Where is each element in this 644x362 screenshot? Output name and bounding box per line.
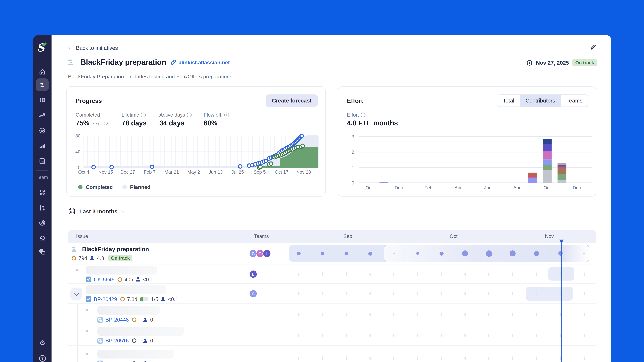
sidebar-item-pull-requests[interactable] bbox=[36, 201, 49, 214]
inactive-dot bbox=[441, 272, 442, 276]
person-icon bbox=[143, 317, 148, 322]
period-selector[interactable]: Last 3 months bbox=[68, 207, 125, 215]
sidebar-item-calculator[interactable] bbox=[36, 155, 49, 168]
edit-button[interactable] bbox=[590, 43, 597, 51]
teams-cell bbox=[242, 325, 288, 345]
inactive-dot bbox=[393, 334, 394, 337]
duration-ring-icon bbox=[132, 361, 136, 362]
sidebar-item-apps[interactable] bbox=[36, 94, 49, 107]
person-icon bbox=[143, 361, 148, 362]
sidebar-item-work-log[interactable] bbox=[36, 186, 49, 199]
svg-text:Apr: Apr bbox=[454, 185, 462, 190]
initiative-type-icon bbox=[72, 246, 79, 253]
inactive-dot bbox=[393, 313, 394, 316]
table-row-bp-20460[interactable]: BP-20460-0 bbox=[68, 346, 596, 362]
inactive-dot bbox=[536, 313, 537, 316]
pull-request-icon bbox=[39, 204, 46, 211]
issue-key-link[interactable]: CK-5646 bbox=[94, 276, 114, 282]
sidebar-item-initiatives[interactable] bbox=[36, 78, 49, 91]
info-icon[interactable]: i bbox=[141, 112, 146, 117]
info-icon[interactable]: i bbox=[187, 112, 192, 117]
sidebar-item-trends[interactable] bbox=[36, 109, 49, 122]
sidebar-item-sprints[interactable] bbox=[36, 231, 49, 244]
subtask-icon bbox=[98, 317, 103, 323]
issue-title[interactable]: BlackFriday preparation bbox=[82, 246, 149, 252]
issue-cell: BP-20516-0 bbox=[68, 325, 242, 345]
sidebar-item-benchmarks[interactable] bbox=[36, 140, 49, 152]
inactive-dot bbox=[488, 334, 490, 337]
svg-text:Jul 25: Jul 25 bbox=[232, 170, 244, 175]
tab-teams[interactable]: Teams bbox=[561, 95, 588, 106]
issue-key-link[interactable]: BP-20429 bbox=[94, 296, 117, 302]
inactive-dot bbox=[584, 292, 585, 295]
month-label-oct: Oct bbox=[450, 233, 458, 239]
legend-dot bbox=[78, 185, 82, 189]
issue-cell: CK-564640h<0.1 bbox=[68, 264, 242, 283]
sidebar-item-settings[interactable]: ⚙ bbox=[36, 337, 49, 349]
table-row-blackfriday-preparation[interactable]: BlackFriday preparation79d4.8On trackCGL bbox=[68, 243, 596, 264]
jira-link[interactable]: blinkist.atlassian.net bbox=[171, 59, 230, 65]
info-icon[interactable]: i bbox=[224, 112, 229, 117]
activity-dot bbox=[297, 252, 301, 255]
teams-cell bbox=[242, 304, 288, 325]
inactive-dot bbox=[584, 272, 585, 276]
create-forecast-button[interactable]: Create forecast bbox=[266, 94, 318, 107]
inactive-dot bbox=[464, 272, 466, 276]
teams-cell: C bbox=[242, 284, 288, 303]
tab-contributors[interactable]: Contributors bbox=[520, 95, 561, 106]
inactive-dot bbox=[512, 313, 513, 316]
issue-key-link[interactable]: BP-20516 bbox=[106, 338, 129, 344]
inactive-dot bbox=[536, 334, 537, 337]
page-title: BlackFriday preparation bbox=[80, 58, 166, 67]
timeline-issue-bar[interactable] bbox=[526, 287, 573, 301]
target-spiral-icon bbox=[39, 219, 46, 226]
inactive-dot bbox=[464, 313, 466, 316]
inactive-dot bbox=[346, 272, 347, 276]
sidebar-item-flow[interactable] bbox=[36, 124, 49, 137]
inactive-dot bbox=[441, 356, 442, 360]
issue-cell: BlackFriday preparation79d4.8On track bbox=[68, 243, 242, 264]
app-logo-icon[interactable]: S bbox=[33, 41, 52, 55]
effort-bar-chart: 0123OctDecFebAprJunAugOctDec bbox=[338, 132, 596, 193]
chevron-down-icon bbox=[121, 208, 126, 213]
pencil-icon bbox=[590, 43, 597, 51]
stat-label: Lifetimei bbox=[122, 112, 160, 118]
link-icon bbox=[171, 59, 176, 65]
avatar-l[interactable]: L bbox=[262, 249, 271, 258]
svg-text:?: ? bbox=[41, 356, 44, 361]
inactive-dot bbox=[322, 272, 323, 276]
timeline-cell bbox=[288, 264, 596, 283]
trend-icon bbox=[39, 112, 46, 119]
inactive-dot bbox=[298, 272, 300, 276]
month-label-sep: Sep bbox=[343, 233, 352, 239]
today-triangle-icon bbox=[559, 240, 564, 243]
sidebar-item-boards[interactable] bbox=[36, 246, 49, 258]
table-row-ck-5646[interactable]: CK-564640h<0.1L bbox=[68, 264, 596, 284]
inactive-dot bbox=[512, 292, 513, 295]
expand-toggle[interactable] bbox=[70, 287, 82, 300]
sidebar-item-goals[interactable] bbox=[36, 216, 49, 229]
inactive-dot bbox=[464, 292, 466, 295]
issue-key-link[interactable]: BP-20460 bbox=[106, 361, 129, 362]
issue-key-link[interactable]: BP-20448 bbox=[106, 317, 129, 323]
avatar-l[interactable]: L bbox=[249, 270, 258, 278]
effort-card-title: Effort bbox=[347, 97, 363, 104]
tree-indent-line bbox=[77, 304, 78, 325]
tab-total[interactable]: Total bbox=[497, 95, 520, 106]
progress-burnup-chart: 04080Oct 4Nov 15Dec 27Feb 7Mar 21May 2Ju… bbox=[67, 129, 326, 182]
table-row-bp-20516[interactable]: BP-20516-0 bbox=[68, 325, 596, 346]
inactive-dot bbox=[584, 356, 585, 360]
avatar-c[interactable]: C bbox=[249, 289, 258, 298]
table-row-bp-20429[interactable]: BP-204297.8d1/5<0.1C bbox=[68, 284, 596, 304]
progress-stats: Completed75%77/102Lifetimei78 daysActive… bbox=[76, 112, 240, 127]
legend-item-planned: Planned bbox=[122, 184, 150, 190]
info-icon[interactable]: i bbox=[360, 112, 365, 117]
redacted-title bbox=[98, 306, 160, 315]
back-to-initiatives-link[interactable]: ← Back to initiatives bbox=[68, 44, 118, 51]
table-row-bp-20448[interactable]: BP-20448-0 bbox=[68, 304, 596, 325]
sidebar-item-home[interactable] bbox=[36, 65, 49, 78]
inactive-dot bbox=[417, 313, 418, 316]
stat-suffix: 77/102 bbox=[92, 121, 108, 127]
sidebar-item-help[interactable]: ? bbox=[36, 352, 49, 362]
people-count: <0.1 bbox=[168, 296, 178, 302]
